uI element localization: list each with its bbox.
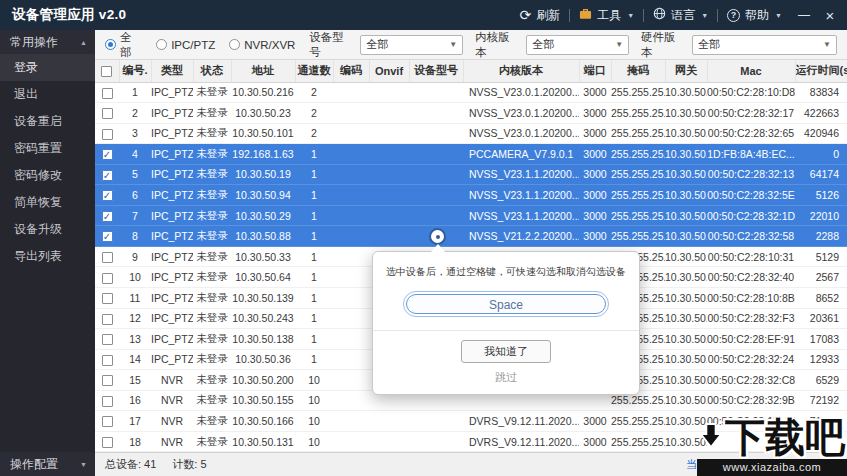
tools-menu-button[interactable]: 工具 ▼ xyxy=(570,0,643,30)
column-header-11[interactable]: 掩码 xyxy=(611,60,665,82)
radio-ipc-ptz[interactable]: IPC/PTZ xyxy=(156,39,215,51)
column-header-13[interactable]: Mac xyxy=(707,60,795,82)
row-checkbox[interactable] xyxy=(102,108,113,119)
row-checkbox[interactable] xyxy=(102,273,113,284)
row-checkbox[interactable] xyxy=(102,88,113,99)
cell-mask: 255.255.25... xyxy=(611,226,665,247)
close-button[interactable]: × xyxy=(817,0,843,30)
column-header-1[interactable]: 编号. xyxy=(119,60,151,82)
model-filter-value: 全部 xyxy=(366,37,388,52)
cell-mask: 255.255.25... xyxy=(611,431,665,452)
row-checkbox[interactable]: ✓ xyxy=(102,170,113,181)
table-row[interactable]: ✓6IPC_PTZ未登录10.30.50.941NVSS_V23.1.1.202… xyxy=(95,185,847,206)
row-checkbox[interactable] xyxy=(102,293,113,304)
space-key-button[interactable]: Space xyxy=(403,291,609,317)
radio-all[interactable]: 全部 xyxy=(105,30,142,60)
toolbox-icon xyxy=(579,8,592,23)
cell-ch: 1 xyxy=(295,308,333,329)
column-header-4[interactable]: 地址 xyxy=(231,60,295,82)
sidebar-item[interactable]: 简单恢复 xyxy=(0,189,95,216)
column-header-12[interactable]: 网关 xyxy=(665,60,707,82)
column-header-2[interactable]: 类型 xyxy=(151,60,193,82)
column-header-8[interactable]: 设备型号 xyxy=(409,60,463,82)
row-checkbox[interactable] xyxy=(102,375,113,386)
column-header-5[interactable]: 通道数 xyxy=(295,60,333,82)
column-header-10[interactable]: 端口 xyxy=(579,60,611,82)
language-menu-button[interactable]: 语言 ▼ xyxy=(644,0,717,30)
column-header-3[interactable]: 状态 xyxy=(193,60,231,82)
watermark-url: www.xiazaiba.com xyxy=(697,459,847,476)
cell-no: 4 xyxy=(119,144,151,165)
watermark-logo-text: 下载吧 xyxy=(725,417,845,457)
sidebar-item[interactable]: 密码重置 xyxy=(0,135,95,162)
sidebar-item[interactable]: 登录 xyxy=(0,54,95,81)
help-menu-button[interactable]: ? 帮助 ▼ xyxy=(718,0,791,30)
skip-link[interactable]: 跳过 xyxy=(373,370,639,385)
row-checkbox[interactable] xyxy=(102,355,113,366)
cell-mac: 1D:FB:8A:4B:EC... xyxy=(707,144,795,165)
selected-count: 计数: 5 xyxy=(172,457,206,472)
select-all-header[interactable] xyxy=(95,60,119,82)
tour-message: 选中设备后，通过空格键，可快速勾选和取消勾选设备 xyxy=(373,265,639,279)
radio-nvr-xvr[interactable]: NVR/XVR xyxy=(229,39,295,51)
cell-status: 未登录 xyxy=(193,349,231,370)
cell-run: 20361 xyxy=(795,308,847,329)
refresh-button[interactable]: ⟳ 刷新 xyxy=(510,0,569,30)
cell-type: IPC_PTZ xyxy=(151,185,193,206)
column-header-9[interactable]: 内核版本 xyxy=(463,60,579,82)
table-row[interactable]: ✓7IPC_PTZ未登录10.30.50.291NVSS_V23.1.1.202… xyxy=(95,205,847,226)
cell-type: IPC_PTZ xyxy=(151,349,193,370)
minimize-button[interactable]: — xyxy=(791,0,817,30)
column-header-14[interactable]: 运行时间(s) xyxy=(795,60,847,82)
chevron-down-icon: ▼ xyxy=(701,12,708,19)
radio-nvr-xvr-label: NVR/XVR xyxy=(244,39,295,51)
row-checkbox[interactable] xyxy=(102,416,113,427)
sidebar-item[interactable]: 导出列表 xyxy=(0,243,95,270)
sidebar-footer[interactable]: 操作配置 ▼ xyxy=(0,452,95,476)
sidebar-item[interactable]: 退出 xyxy=(0,81,95,108)
cell-ch: 1 xyxy=(295,164,333,185)
column-header-6[interactable]: 编码 xyxy=(333,60,369,82)
row-checkbox[interactable]: ✓ xyxy=(102,231,113,242)
hardware-filter-select[interactable]: 全部 ▼ xyxy=(692,35,837,55)
cell-checkbox xyxy=(95,390,119,411)
cell-ch: 1 xyxy=(295,349,333,370)
table-row[interactable]: ✓4IPC_PTZ未登录192.168.1.631PCCAMERA_V7.9.0… xyxy=(95,144,847,165)
row-checkbox[interactable] xyxy=(102,437,113,448)
sidebar-group-header[interactable]: 常用操作 ▲ xyxy=(0,30,95,54)
sidebar-item[interactable]: 密码修改 xyxy=(0,162,95,189)
cell-type: NVR xyxy=(151,390,193,411)
row-checkbox[interactable]: ✓ xyxy=(102,190,113,201)
sidebar-item[interactable]: 设备重启 xyxy=(0,108,95,135)
model-filter-select[interactable]: 全部 ▼ xyxy=(360,35,463,55)
row-checkbox[interactable]: ✓ xyxy=(102,149,113,160)
row-checkbox[interactable] xyxy=(102,396,113,407)
cell-no: 2 xyxy=(119,103,151,124)
row-checkbox[interactable] xyxy=(102,334,113,345)
cell-port: 3000 xyxy=(579,411,611,432)
cell-no: 8 xyxy=(119,226,151,247)
column-header-7[interactable]: Onvif xyxy=(369,60,409,82)
row-checkbox[interactable] xyxy=(102,129,113,140)
cell-enc xyxy=(333,349,369,370)
cell-ch: 1 xyxy=(295,185,333,206)
table-row[interactable]: ✓5IPC_PTZ未登录10.30.50.191NVSS_V23.1.1.202… xyxy=(95,164,847,185)
cell-enc xyxy=(333,205,369,226)
cell-mask: 255.255.25... xyxy=(611,185,665,206)
table-row[interactable]: 2IPC_PTZ未登录10.30.50.232NVSS_V23.0.1.2020… xyxy=(95,103,847,124)
table-row[interactable]: ✓8IPC_PTZ未登录10.30.50.881NVSS_V21.2.2.202… xyxy=(95,226,847,247)
table-row[interactable]: 3IPC_PTZ未登录10.30.50.1012NVSS_V23.0.1.202… xyxy=(95,123,847,144)
cell-port: 3000 xyxy=(579,103,611,124)
sidebar-item[interactable]: 设备升级 xyxy=(0,216,95,243)
select-all-checkbox[interactable] xyxy=(101,66,112,77)
got-it-button[interactable]: 我知道了 xyxy=(461,340,551,363)
cell-ch: 1 xyxy=(295,267,333,288)
row-checkbox[interactable]: ✓ xyxy=(102,211,113,222)
cell-no: 16 xyxy=(119,390,151,411)
row-checkbox[interactable] xyxy=(102,252,113,263)
table-row[interactable]: 1IPC_PTZ未登录10.30.50.2162NVSS_V23.0.1.202… xyxy=(95,82,847,103)
tools-label: 工具 xyxy=(597,7,621,24)
row-checkbox[interactable] xyxy=(102,314,113,325)
kernel-filter-select[interactable]: 全部 ▼ xyxy=(526,35,629,55)
cell-no: 1 xyxy=(119,82,151,103)
